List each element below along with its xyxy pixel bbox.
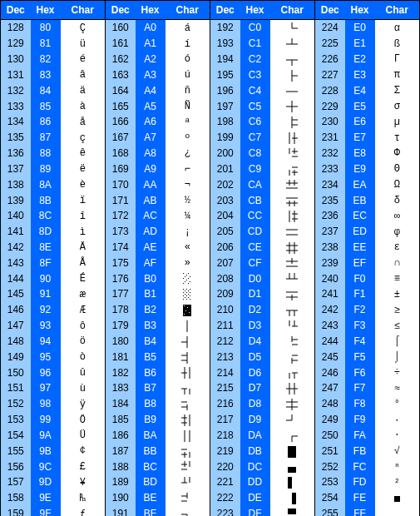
cell-char bbox=[270, 240, 315, 256]
cell-dec: 170 bbox=[106, 176, 136, 192]
cell-hex: AB bbox=[136, 192, 166, 208]
svg-rect-97 bbox=[190, 295, 190, 296]
cell-char: æ bbox=[61, 286, 106, 302]
cell-hex: 93 bbox=[31, 318, 61, 334]
cell-hex: FD bbox=[345, 474, 375, 490]
cell-char bbox=[270, 365, 315, 380]
svg-rect-73 bbox=[190, 276, 190, 277]
svg-rect-75 bbox=[188, 278, 189, 279]
ascii-table: DecHexCharDecHexCharDecHexCharDecHexChar… bbox=[0, 0, 420, 516]
cell-char: µ bbox=[375, 114, 420, 130]
cell-char bbox=[166, 443, 210, 459]
cell-dec: 244 bbox=[315, 334, 345, 350]
cell-char bbox=[270, 380, 315, 396]
cell-dec: 153 bbox=[1, 412, 31, 428]
cell-char: ÿ bbox=[61, 396, 106, 412]
cell-dec: 133 bbox=[1, 98, 31, 114]
cell-hex: AF bbox=[136, 255, 166, 270]
cell-char: ú bbox=[166, 67, 210, 82]
cell-hex: 90 bbox=[31, 270, 61, 286]
cell-dec: 246 bbox=[315, 365, 345, 380]
cell-char bbox=[166, 490, 210, 506]
table-row: 15399Ö185B9217D9249F9∙ bbox=[1, 412, 420, 428]
cell-hex: EA bbox=[345, 176, 375, 192]
cell-dec: 183 bbox=[106, 380, 136, 396]
cell-dec: 252 bbox=[315, 459, 345, 474]
cell-dec: 237 bbox=[315, 224, 345, 240]
cell-hex: 9C bbox=[31, 459, 61, 474]
cell-dec: 191 bbox=[106, 506, 136, 516]
cell-hex: 98 bbox=[31, 396, 61, 412]
cell-char bbox=[270, 82, 315, 98]
cell-hex: 8A bbox=[31, 176, 61, 192]
cell-hex: B2 bbox=[136, 302, 166, 318]
cell-char bbox=[166, 428, 210, 444]
cell-dec: 198 bbox=[210, 114, 240, 130]
cell-dec: 132 bbox=[1, 82, 31, 98]
col-header-char: Char bbox=[61, 1, 106, 20]
cell-dec: 134 bbox=[1, 114, 31, 130]
cell-dec: 173 bbox=[106, 224, 136, 240]
table-row: 1388Aè170AA¬202CA234EAΩ bbox=[1, 176, 420, 192]
cell-char: î bbox=[61, 208, 106, 224]
cell-dec: 166 bbox=[106, 114, 136, 130]
cell-dec: 154 bbox=[1, 428, 31, 444]
cell-dec: 251 bbox=[315, 443, 345, 459]
cell-char bbox=[270, 490, 315, 506]
cell-dec: 203 bbox=[210, 192, 240, 208]
cell-char: ∞ bbox=[375, 208, 420, 224]
cell-char bbox=[375, 506, 420, 516]
cell-char: ⌡ bbox=[375, 349, 420, 365]
cell-dec: 234 bbox=[315, 176, 345, 192]
cell-dec: 220 bbox=[210, 459, 240, 474]
cell-hex: DF bbox=[240, 506, 270, 516]
svg-rect-77 bbox=[185, 281, 185, 282]
cell-char: ß bbox=[375, 36, 420, 52]
cell-dec: 240 bbox=[315, 270, 345, 286]
svg-rect-113 bbox=[184, 314, 185, 315]
table-row: 12880Ç160A0á192C0224E0α bbox=[1, 20, 420, 36]
svg-rect-72 bbox=[185, 276, 185, 277]
cell-dec: 254 bbox=[315, 490, 345, 506]
cell-hex: C8 bbox=[240, 146, 270, 161]
cell-char: á bbox=[166, 20, 210, 36]
cell-hex: CB bbox=[240, 192, 270, 208]
cell-dec: 204 bbox=[210, 208, 240, 224]
ascii-table-wrapper: DecHexCharDecHexCharDecHexCharDecHexChar… bbox=[0, 0, 420, 516]
cell-hex: BB bbox=[136, 443, 166, 459]
cell-dec: 250 bbox=[315, 428, 345, 444]
cell-hex: 88 bbox=[31, 146, 61, 161]
cell-dec: 221 bbox=[210, 474, 240, 490]
cell-dec: 205 bbox=[210, 224, 240, 240]
cell-char: ç bbox=[61, 130, 106, 146]
cell-dec: 139 bbox=[1, 192, 31, 208]
cell-dec: 182 bbox=[106, 365, 136, 380]
cell-char bbox=[270, 224, 315, 240]
cell-hex: D0 bbox=[240, 270, 270, 286]
svg-rect-85 bbox=[183, 289, 184, 290]
cell-dec: 175 bbox=[106, 255, 136, 270]
cell-dec: 144 bbox=[1, 270, 31, 286]
cell-char: Ç bbox=[61, 20, 106, 36]
table-row: 1579D¥189BD221DD253FD² bbox=[1, 474, 420, 490]
cell-hex: E3 bbox=[345, 67, 375, 82]
cell-dec: 137 bbox=[1, 161, 31, 176]
cell-dec: 192 bbox=[210, 20, 240, 36]
cell-char: ¼ bbox=[166, 208, 210, 224]
cell-dec: 177 bbox=[106, 286, 136, 302]
cell-char bbox=[270, 146, 315, 161]
cell-hex: F1 bbox=[345, 286, 375, 302]
cell-char bbox=[166, 286, 210, 302]
cell-hex: F0 bbox=[345, 270, 375, 286]
cell-dec: 197 bbox=[210, 98, 240, 114]
cell-hex: 8C bbox=[31, 208, 61, 224]
svg-rect-78 bbox=[190, 281, 190, 282]
cell-dec: 140 bbox=[1, 208, 31, 224]
cell-char: ¡ bbox=[166, 224, 210, 240]
cell-hex: FB bbox=[345, 443, 375, 459]
table-row: 1559B¢187BB219DB251FB√ bbox=[1, 443, 420, 459]
cell-char: ò bbox=[61, 349, 106, 365]
cell-char: í bbox=[166, 36, 210, 52]
cell-dec: 184 bbox=[106, 396, 136, 412]
cell-char: ƒ bbox=[61, 506, 106, 516]
